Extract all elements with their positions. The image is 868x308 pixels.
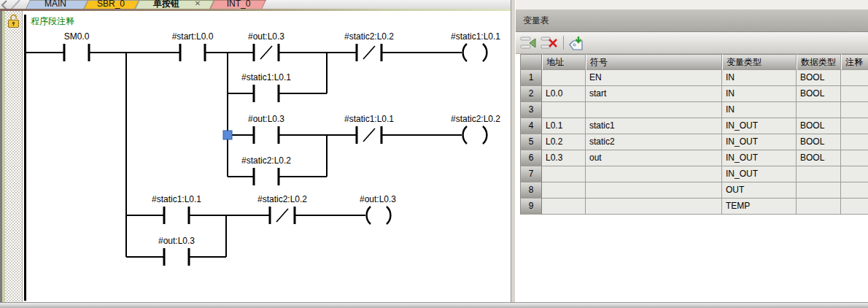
ladder-editor: 程序段注释 SM0.0 #start:L0.0 <box>0 11 511 302</box>
coil-label: #out:L0.3 <box>360 194 396 204</box>
col-header-data-type[interactable]: 数据类型 <box>797 54 841 70</box>
delete-row-icon[interactable] <box>540 36 558 50</box>
cell-address[interactable] <box>542 102 586 118</box>
row-number[interactable]: 4 <box>520 118 542 134</box>
cell-data-type[interactable]: BOOL <box>797 118 841 134</box>
cell-address[interactable]: L0.2 <box>542 134 586 150</box>
cell-address[interactable] <box>542 199 586 215</box>
nc-contact-static2-rung3[interactable]: #static2:L0.2 <box>257 194 307 224</box>
row-number[interactable]: 6 <box>520 150 542 166</box>
table-row: 7 IN_OUT <box>520 166 868 182</box>
nav-back-icon[interactable] <box>0 0 22 9</box>
create-tag-icon[interactable] <box>568 36 586 50</box>
cell-symbol[interactable] <box>586 199 722 215</box>
contact-static1-branch1[interactable]: #static1:L0.1 <box>241 72 291 102</box>
cell-comment[interactable] <box>841 166 868 182</box>
cell-data-type[interactable] <box>797 166 841 182</box>
contact-out-rung2[interactable]: #out:L0.3 <box>248 114 284 144</box>
cell-var-type[interactable]: TEMP <box>722 199 797 215</box>
contact-sm0-0[interactable]: SM0.0 <box>64 31 90 61</box>
cell-address[interactable] <box>542 166 586 182</box>
col-header-var-type[interactable]: 变量类型 <box>722 54 797 70</box>
corner-header-cell[interactable] <box>520 54 542 70</box>
cell-comment[interactable] <box>841 182 868 199</box>
col-header-comment[interactable]: 注释 <box>841 54 868 70</box>
cell-symbol[interactable]: static2 <box>586 134 722 150</box>
cell-data-type[interactable]: BOOL <box>797 134 841 150</box>
cell-comment[interactable] <box>841 118 868 134</box>
cell-var-type[interactable]: IN_OUT <box>722 134 797 150</box>
cell-data-type[interactable] <box>797 182 841 199</box>
coil-out[interactable]: #out:L0.3 <box>360 194 396 224</box>
row-number[interactable]: 5 <box>520 134 542 150</box>
cell-comment[interactable] <box>841 134 868 150</box>
variable-table: 地址 符号 变量类型 数据类型 注释 1 EN IN BOOL 2 L0.0 s… <box>520 54 868 215</box>
col-header-address[interactable]: 地址 <box>542 54 586 70</box>
panel-splitter[interactable] <box>511 0 516 308</box>
row-number[interactable]: 8 <box>520 182 542 199</box>
cell-comment[interactable] <box>841 199 868 215</box>
cell-var-type[interactable]: IN <box>722 102 797 118</box>
cell-data-type[interactable] <box>797 199 841 215</box>
selection-cursor[interactable] <box>223 131 232 139</box>
variable-table-panel: 变量表 地址 符号 <box>516 0 868 302</box>
cell-symbol[interactable] <box>586 102 722 118</box>
nc-contact-out-rung1[interactable]: #out:L0.3 <box>248 31 284 61</box>
cell-address[interactable] <box>542 70 586 86</box>
tab-main-label[interactable]: MAIN <box>34 0 77 9</box>
cell-symbol[interactable] <box>586 182 722 199</box>
tab-close-icon[interactable]: ✕ <box>192 0 204 9</box>
tab-int0-label[interactable]: INT_0 <box>217 0 260 9</box>
cell-comment[interactable] <box>841 70 868 86</box>
cell-symbol[interactable]: EN <box>586 70 722 86</box>
cell-symbol[interactable] <box>586 166 722 182</box>
variable-table-titlebar: 变量表 <box>516 9 868 32</box>
nc-contact-static1-rung2[interactable]: #static1:L0.1 <box>344 114 394 144</box>
cell-data-type[interactable]: BOOL <box>797 70 841 86</box>
toolbar-separator <box>563 36 564 50</box>
row-number[interactable]: 2 <box>520 86 542 102</box>
cell-var-type[interactable]: IN_OUT <box>722 166 797 182</box>
cell-address[interactable] <box>542 182 586 199</box>
horizontal-scrollbar[interactable] <box>0 302 868 308</box>
plc-editor-window: MAIN SBR_0 单按钮 ✕ INT_0 程序段注释 <box>0 0 868 308</box>
contact-label: #static2:L0.2 <box>344 31 394 42</box>
row-number[interactable]: 1 <box>520 70 542 86</box>
contact-static1-rung3[interactable]: #static1:L0.1 <box>152 194 201 224</box>
tab-danbutton-label[interactable]: 单按钮 <box>144 0 188 9</box>
cell-address[interactable]: L0.1 <box>542 118 586 134</box>
nc-contact-static2-rung1[interactable]: #static2:L0.2 <box>344 31 394 61</box>
col-header-symbol[interactable]: 符号 <box>586 54 722 70</box>
table-row: 9 TEMP <box>520 199 868 215</box>
cell-var-type[interactable]: IN <box>722 70 797 86</box>
contact-label: #out:L0.3 <box>248 114 284 124</box>
table-row: 5 L0.2 static2 IN_OUT BOOL <box>520 134 868 150</box>
cell-symbol[interactable]: start <box>586 86 722 102</box>
cell-comment[interactable] <box>841 86 868 102</box>
variable-table-title: 变量表 <box>523 15 549 27</box>
cell-var-type[interactable]: IN_OUT <box>722 150 797 166</box>
tab-sbr0-label[interactable]: SBR_0 <box>89 0 133 9</box>
cell-comment[interactable] <box>841 102 868 118</box>
insert-row-icon[interactable] <box>520 36 538 50</box>
contact-start[interactable]: #start:L0.0 <box>172 31 214 61</box>
cell-comment[interactable] <box>841 150 868 166</box>
cell-address[interactable]: L0.3 <box>542 150 586 166</box>
row-number[interactable]: 9 <box>520 199 542 215</box>
cell-data-type[interactable] <box>797 102 841 118</box>
cell-address[interactable]: L0.0 <box>542 86 586 102</box>
row-number[interactable]: 7 <box>520 166 542 182</box>
cell-var-type[interactable]: IN_OUT <box>722 118 797 134</box>
cell-data-type[interactable]: BOOL <box>797 150 841 166</box>
row-number[interactable]: 3 <box>520 102 542 118</box>
cell-symbol[interactable]: static1 <box>586 118 722 134</box>
cell-var-type[interactable]: IN <box>722 86 797 102</box>
cell-var-type[interactable]: OUT <box>722 182 797 199</box>
contact-static2-branch2[interactable]: #static2:L0.2 <box>241 155 291 185</box>
coil-static2[interactable]: #static2:L0.2 <box>451 114 500 144</box>
cell-symbol[interactable]: out <box>586 150 722 166</box>
table-row: 4 L0.1 static1 IN_OUT BOOL <box>520 118 868 134</box>
contact-out-branch3[interactable]: #out:L0.3 <box>158 236 195 266</box>
coil-static1[interactable]: #static1:L0.1 <box>451 31 500 61</box>
cell-data-type[interactable]: BOOL <box>797 86 841 102</box>
